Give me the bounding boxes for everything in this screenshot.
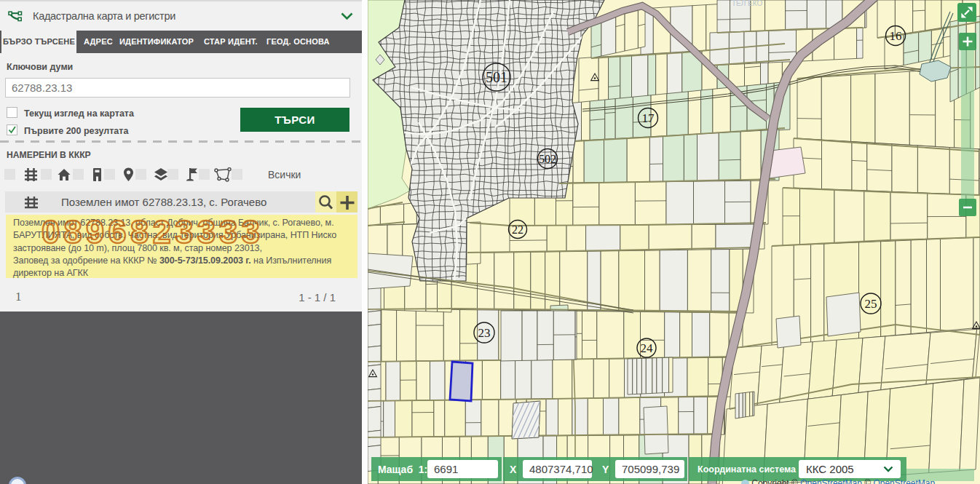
svg-text:0896823333: 0896823333 xyxy=(42,215,264,250)
svg-text:24: 24 xyxy=(641,341,654,355)
svg-text:17: 17 xyxy=(642,111,655,125)
svg-text:25: 25 xyxy=(865,297,877,311)
svg-text:502: 502 xyxy=(539,153,556,165)
svg-text:ТЕЛ ЕКО: ТЕЛ ЕКО xyxy=(732,0,763,7)
svg-text:501: 501 xyxy=(486,69,507,85)
svg-text:16: 16 xyxy=(890,29,902,43)
svg-text:22: 22 xyxy=(512,223,523,236)
svg-text:23: 23 xyxy=(478,326,491,340)
